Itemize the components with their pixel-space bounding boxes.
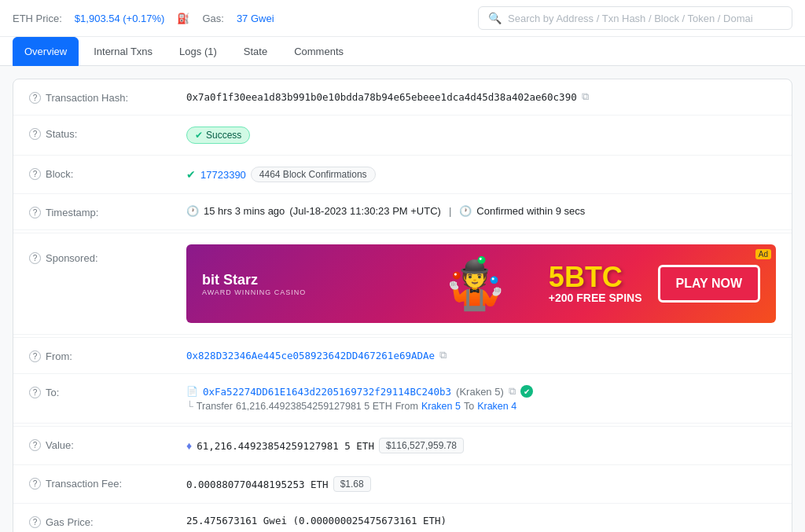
contract-file-icon: 📄 (186, 386, 198, 397)
tabs-bar: Overview Internal Txns Logs (1) State Co… (0, 37, 805, 66)
transfer-arrow: └ (186, 401, 193, 412)
timestamp-label: Timestamp: (46, 207, 98, 218)
sponsored-value-col: bit Starz AWARD WINNING CASINO 🤹 5BTC +2… (186, 244, 776, 323)
tab-logs[interactable]: Logs (1) (167, 37, 229, 66)
status-row: ? Status: ✔ Success (13, 116, 792, 156)
transfer-to-link[interactable]: Kraken 4 (477, 401, 516, 412)
tab-comments[interactable]: Comments (282, 37, 355, 66)
transfer-from-label: From (395, 401, 418, 412)
value-usd-badge: $116,527,959.78 (379, 438, 464, 453)
bitstarz-sub: AWARD WINNING CASINO (202, 288, 306, 296)
from-address-link[interactable]: 0x828D32346Ae445ce058923642DD467261e69AD… (186, 350, 435, 361)
transfer-to-label: To (464, 401, 474, 412)
transaction-detail-card: ? Transaction Hash: 0x7a0f1f30eea1d83b99… (13, 79, 792, 532)
transfer-from-link[interactable]: Kraken 5 (421, 401, 461, 412)
sponsored-row: ? Sponsored: bit Starz AWARD WINNING CAS… (13, 233, 792, 335)
timestamp-ago: 15 hrs 3 mins ago (204, 205, 285, 217)
sponsored-label: Sponsored: (46, 252, 98, 264)
sponsor-btc-amount: 5BTC (549, 263, 642, 292)
txn-hash-row: ? Transaction Hash: 0x7a0f1f30eea1d83b99… (13, 79, 792, 116)
fee-label: Transaction Fee: (46, 478, 122, 490)
block-help-icon[interactable]: ? (29, 168, 41, 180)
block-confirmations-badge: 4464 Block Confirmations (251, 167, 376, 182)
fee-usd-badge: $1.68 (333, 476, 371, 492)
timestamp-label-col: ? Timestamp: (29, 205, 186, 218)
value-label-col: ? Value: (29, 438, 186, 451)
clock-icon: 🕐 (186, 205, 199, 217)
sponsor-left: bit Starz AWARD WINNING CASINO (202, 272, 306, 296)
value-value-col: ♦ 61,216.44923854259127981 5 ETH $116,52… (186, 438, 776, 453)
tab-internal-txns[interactable]: Internal Txns (82, 37, 164, 66)
sponsored-label-col: ? Sponsored: (29, 244, 186, 264)
block-label: Block: (46, 168, 73, 180)
to-copy-icon[interactable]: ⧉ (509, 385, 516, 398)
bitstarz-logo: bit Starz (202, 272, 306, 288)
gas-price-value: 25.475673161 Gwei (0.000000025475673161 … (186, 515, 447, 526)
value-label: Value: (46, 439, 74, 451)
to-label: To: (46, 387, 59, 398)
timestamp-help-icon[interactable]: ? (29, 207, 41, 218)
status-help-icon[interactable]: ? (29, 128, 41, 140)
value-eth-amount: 61,216.44923854259127981 5 ETH (197, 440, 374, 452)
from-label: From: (46, 350, 72, 362)
txn-hash-value: 0x7a0f1f30eea1d83b991b0e10bdda78b94e65eb… (186, 91, 577, 103)
gas-value-link[interactable]: 37 Gwei (237, 13, 274, 24)
fee-value-col: 0.000880770448195253 ETH $1.68 (186, 476, 776, 492)
search-bar[interactable]: 🔍 Search by Address / Txn Hash / Block /… (478, 6, 792, 30)
eth-price-link[interactable]: $1,903.54 (+0.17%) (75, 13, 165, 24)
txn-hash-label: Transaction Hash: (46, 92, 128, 104)
block-number-link[interactable]: 17723390 (200, 169, 246, 181)
timestamp-separator: | (449, 205, 451, 217)
sponsor-banner[interactable]: bit Starz AWARD WINNING CASINO 🤹 5BTC +2… (186, 244, 776, 323)
to-help-icon[interactable]: ? (29, 387, 41, 398)
top-bar: ETH Price: $1,903.54 (+0.17%) ⛽ Gas: 37 … (0, 0, 805, 37)
status-text: Success (206, 130, 241, 141)
from-copy-icon[interactable]: ⧉ (439, 349, 447, 361)
value-row: ? Value: ♦ 61,216.44923854259127981 5 ET… (13, 427, 792, 465)
sponsor-right: 5BTC +200 FREE SPINS PLAY NOW (549, 263, 760, 304)
fee-help-icon[interactable]: ? (29, 478, 41, 490)
timestamp-confirmed: Confirmed within 9 secs (476, 205, 585, 217)
to-kraken-label: (Kraken 5) (456, 386, 504, 398)
tab-state[interactable]: State (232, 37, 279, 66)
status-label: Status: (46, 128, 77, 140)
gas-price-help-icon[interactable]: ? (29, 516, 41, 528)
timestamp-date: (Jul-18-2023 11:30:23 PM +UTC) (289, 205, 441, 217)
value-help-icon[interactable]: ? (29, 439, 41, 451)
status-label-col: ? Status: (29, 127, 186, 140)
gas-icon: ⛽ (177, 13, 189, 24)
to-address-link[interactable]: 0xFa52274DD61E1643d2205169732f29114BC240… (203, 386, 451, 398)
sponsor-tag-icon: Ad (755, 249, 771, 259)
block-label-col: ? Block: (29, 167, 186, 180)
txn-hash-copy-icon[interactable]: ⧉ (582, 90, 589, 103)
gas-price-label-col: ? Gas Price: (29, 515, 186, 528)
txn-hash-value-col: 0x7a0f1f30eea1d83b991b0e10bdda78b94e65eb… (186, 90, 776, 103)
bitstarz-name: bit Starz (202, 272, 258, 288)
status-dot-icon: ✔ (195, 130, 203, 141)
transfer-amount: 61,216.44923854259127981 5 ETH (236, 401, 392, 412)
from-label-col: ? From: (29, 349, 186, 362)
gas-prefix: Gas: (202, 13, 223, 24)
txn-hash-label-col: ? Transaction Hash: (29, 90, 186, 104)
timestamp-row: ? Timestamp: 🕐 15 hrs 3 mins ago (Jul-18… (13, 194, 792, 230)
status-badge: ✔ Success (186, 127, 250, 144)
eth-diamond-icon: ♦ (186, 439, 192, 452)
txn-hash-help-icon[interactable]: ? (29, 92, 41, 104)
to-main-line: 📄 0xFa52274DD61E1643d2205169732f29114BC2… (186, 385, 533, 398)
gas-price-value-col: 25.475673161 Gwei (0.000000025475673161 … (186, 515, 776, 526)
gas-price-row: ? Gas Price: 25.475673161 Gwei (0.000000… (13, 504, 792, 532)
gas-price-label: Gas Price: (46, 516, 94, 528)
sponsored-help-icon[interactable]: ? (29, 252, 41, 264)
play-now-button[interactable]: PLAY NOW (658, 265, 760, 303)
to-verified-icon: ✔ (520, 385, 533, 398)
block-check-icon: ✔ (186, 168, 196, 181)
transfer-line: └ Transfer 61,216.44923854259127981 5 ET… (186, 401, 533, 412)
transfer-prefix: Transfer (197, 401, 233, 412)
fee-label-col: ? Transaction Fee: (29, 476, 186, 490)
block-row: ? Block: ✔ 17723390 4464 Block Confirmat… (13, 156, 792, 194)
block-value-col: ✔ 17723390 4464 Block Confirmations (186, 167, 776, 182)
search-icon: 🔍 (488, 12, 502, 24)
from-help-icon[interactable]: ? (29, 350, 41, 362)
tab-overview[interactable]: Overview (13, 37, 79, 66)
timestamp-text: 🕐 15 hrs 3 mins ago (Jul-18-2023 11:30:2… (186, 205, 585, 217)
